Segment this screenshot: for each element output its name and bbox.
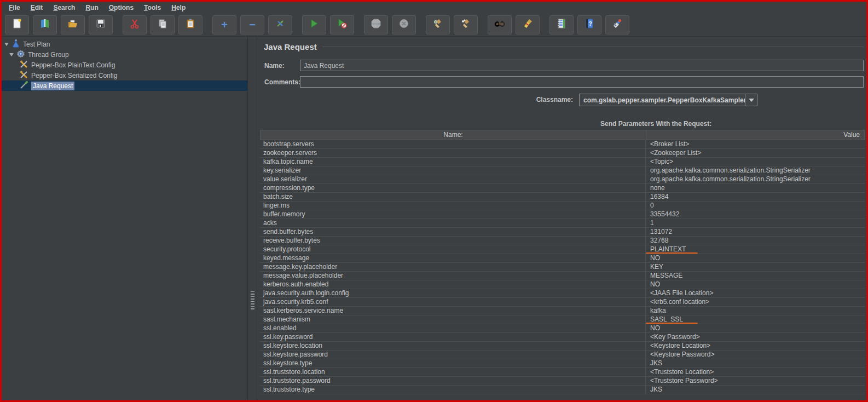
toggle-button[interactable] [268,15,292,35]
param-value-cell[interactable]: <Broker List> [645,140,865,148]
table-row[interactable]: security.protocol PLAINTEXT [260,245,865,254]
param-value-cell[interactable]: <Keystore Location> [645,342,865,350]
name-input[interactable] [300,60,864,71]
param-value-cell[interactable]: <Truststore Location> [645,368,865,376]
param-value-cell[interactable]: <JAAS File Location> [645,289,865,297]
param-value-cell[interactable]: JKS [645,359,865,367]
tree-item-java-request[interactable]: Java Request [2,81,247,91]
param-value-cell[interactable]: SASL_SSL [645,315,865,324]
param-value-cell[interactable]: KEY [645,263,865,271]
param-name-cell[interactable]: ssl.truststore.type [260,386,645,394]
table-row[interactable]: sasl.kerberos.service.name kafka [260,307,865,315]
param-name-cell[interactable]: key.serializer [260,166,645,175]
param-name-cell[interactable]: ssl.enabled [260,324,645,332]
collapse-arrow-icon[interactable] [4,43,9,46]
copy-button[interactable] [151,15,175,35]
menu-tools[interactable]: Tools [139,3,166,13]
param-value-cell[interactable]: NO [645,324,865,332]
column-header-value[interactable]: Value [646,130,864,140]
param-name-cell[interactable]: ssl.key.password [260,333,645,341]
table-row[interactable]: ssl.keystore.password <Keystore Password… [260,351,865,359]
param-value-cell[interactable]: PLAINTEXT [645,245,865,254]
param-name-cell[interactable]: ssl.truststore.location [260,368,645,376]
table-row[interactable]: ssl.enabled NO [260,324,865,333]
help-button[interactable]: ? [577,15,601,35]
param-value-cell[interactable]: JKS [645,386,865,394]
param-name-cell[interactable]: security.protocol [260,245,645,254]
param-name-cell[interactable]: compression.type [260,184,645,192]
param-value-cell[interactable]: NO [645,280,865,289]
param-value-cell[interactable]: org.apache.kafka.common.serialization.St… [645,166,865,175]
param-value-cell[interactable]: kafka [645,307,865,315]
table-row[interactable]: kafka.topic.name <Topic> [260,158,865,166]
paste-button[interactable] [178,15,202,35]
collapse-button[interactable]: − [240,15,264,35]
param-name-cell[interactable]: sasl.mechanism [260,315,645,324]
param-value-cell[interactable]: 32768 [645,237,865,245]
param-value-cell[interactable]: 16384 [645,193,865,201]
param-name-cell[interactable]: keyed.message [260,254,645,262]
expand-button[interactable]: + [212,15,236,35]
table-row[interactable]: ssl.truststore.location <Truststore Loca… [260,368,865,377]
param-value-cell[interactable]: 33554432 [645,210,865,219]
table-row[interactable]: buffer.memory 33554432 [260,210,865,219]
param-value-cell[interactable]: org.apache.kafka.common.serialization.St… [645,175,865,183]
param-name-cell[interactable]: ssl.truststore.password [260,377,645,385]
comments-input[interactable] [300,76,864,88]
param-value-cell[interactable]: <Key Password> [645,333,865,341]
param-value-cell[interactable]: 1 [645,219,865,227]
tree-item-test-plan[interactable]: Test Plan [2,39,247,49]
menu-edit[interactable]: Edit [26,3,49,13]
table-row[interactable]: java.security.auth.login.config <JAAS Fi… [260,289,865,298]
table-row[interactable]: keyed.message NO [260,254,865,263]
start-no-timers-button[interactable] [330,15,354,35]
param-name-cell[interactable]: linger.ms [260,202,645,210]
classname-combobox[interactable]: com.gslab.pepper.sampler.PepperBoxKafkaS… [579,94,757,106]
param-value-cell[interactable]: <Zookeeper List> [645,149,865,157]
param-name-cell[interactable]: ssl.keystore.password [260,351,645,359]
param-name-cell[interactable]: message.value.placeholder [260,272,645,280]
table-row[interactable]: acks 1 [260,219,865,228]
stop-button[interactable]: STOP [364,15,388,35]
param-value-cell[interactable]: <Keystore Password> [645,351,865,359]
function-helper-button[interactable] [549,15,574,35]
menu-help[interactable]: Help [166,3,191,13]
table-row[interactable]: ssl.keystore.type JKS [260,359,865,368]
param-name-cell[interactable]: java.security.auth.login.config [260,289,645,297]
open-file-button[interactable] [61,15,85,35]
new-file-button[interactable] [5,15,29,35]
param-name-cell[interactable]: send.buffer.bytes [260,228,645,236]
param-name-cell[interactable]: kafka.topic.name [260,158,645,166]
param-name-cell[interactable]: java.security.krb5.conf [260,298,645,306]
menu-search[interactable]: Search [48,3,80,13]
clear-button[interactable] [426,15,450,35]
splitter-grip-icon[interactable] [251,290,254,309]
table-row[interactable]: key.serializer org.apache.kafka.common.s… [260,166,865,175]
param-name-cell[interactable]: message.key.placeholder [260,263,645,271]
table-row[interactable]: batch.size 16384 [260,193,865,202]
save-button[interactable] [89,15,113,35]
table-row[interactable]: sasl.mechanism SASL_SSL [260,315,865,324]
param-value-cell[interactable]: 0 [645,202,865,210]
panel-splitter[interactable] [248,37,257,400]
param-name-cell[interactable]: bootstrap.servers [260,140,645,148]
collapse-arrow-icon[interactable] [9,53,14,56]
table-row[interactable]: linger.ms 0 [260,202,865,210]
start-button[interactable] [302,15,326,35]
column-header-name[interactable]: Name: [261,130,646,140]
table-row[interactable]: send.buffer.bytes 131072 [260,228,865,237]
param-name-cell[interactable]: batch.size [260,193,645,201]
cut-button[interactable] [123,15,147,35]
param-value-cell[interactable]: MESSAGE [645,272,865,280]
param-name-cell[interactable]: kerberos.auth.enabled [260,280,645,289]
tree-item-thread-group[interactable]: Thread Group [2,49,247,60]
param-value-cell[interactable]: <Topic> [645,158,865,166]
param-name-cell[interactable]: zookeeper.servers [260,149,645,157]
menu-file[interactable]: File [4,3,26,13]
table-row[interactable]: receive.buffer.bytes 32768 [260,237,865,245]
param-name-cell[interactable]: acks [260,219,645,227]
templates-button[interactable] [33,15,57,35]
param-name-cell[interactable]: sasl.kerberos.service.name [260,307,645,315]
search-button[interactable] [488,15,512,35]
param-value-cell[interactable]: <krb5.conf location> [645,298,865,306]
